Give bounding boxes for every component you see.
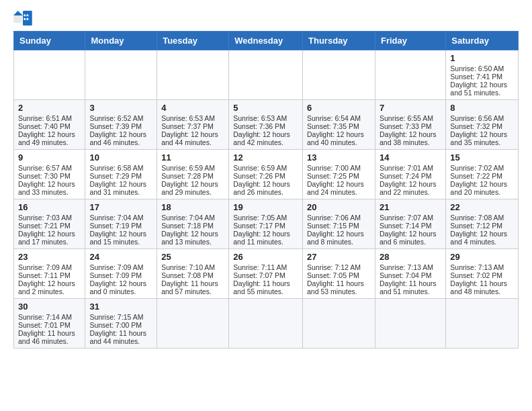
calendar-week-1: 1Sunrise: 6:50 AMSunset: 7:41 PMDaylight… [14, 50, 519, 100]
svg-rect-6 [27, 18, 29, 20]
calendar-cell: 19Sunrise: 7:05 AMSunset: 7:17 PMDayligh… [229, 199, 303, 249]
day-info: Sunrise: 7:13 AMSunset: 7:02 PMDaylight:… [450, 263, 507, 295]
calendar-cell: 7Sunrise: 6:55 AMSunset: 7:33 PMDaylight… [375, 100, 445, 150]
day-info: Sunrise: 7:09 AMSunset: 7:11 PMDaylight:… [18, 263, 75, 295]
day-info: Sunrise: 6:54 AMSunset: 7:35 PMDaylight:… [307, 114, 364, 146]
day-info: Sunrise: 6:53 AMSunset: 7:36 PMDaylight:… [233, 114, 290, 146]
calendar-cell [229, 299, 303, 349]
day-number: 28 [380, 252, 441, 262]
calendar-cell: 17Sunrise: 7:04 AMSunset: 7:19 PMDayligh… [85, 199, 157, 249]
day-info: Sunrise: 6:57 AMSunset: 7:30 PMDaylight:… [18, 164, 75, 196]
calendar-cell: 8Sunrise: 6:56 AMSunset: 7:32 PMDaylight… [446, 100, 519, 150]
day-info: Sunrise: 7:13 AMSunset: 7:04 PMDaylight:… [380, 263, 437, 295]
day-number: 4 [161, 103, 224, 113]
day-info: Sunrise: 7:01 AMSunset: 7:24 PMDaylight:… [380, 164, 437, 196]
day-number: 19 [233, 202, 298, 212]
calendar-cell: 25Sunrise: 7:10 AMSunset: 7:08 PMDayligh… [157, 249, 229, 299]
day-info: Sunrise: 7:06 AMSunset: 7:15 PMDaylight:… [307, 214, 364, 246]
day-info: Sunrise: 6:52 AMSunset: 7:39 PMDaylight:… [89, 114, 146, 146]
calendar-cell: 1Sunrise: 6:50 AMSunset: 7:41 PMDaylight… [446, 50, 519, 100]
calendar-cell [14, 50, 85, 100]
calendar-body: 1Sunrise: 6:50 AMSunset: 7:41 PMDaylight… [14, 50, 519, 349]
day-number: 17 [89, 202, 152, 212]
day-number: 18 [161, 202, 224, 212]
day-info: Sunrise: 6:53 AMSunset: 7:37 PMDaylight:… [161, 114, 218, 146]
svg-rect-5 [24, 18, 26, 20]
day-info: Sunrise: 6:51 AMSunset: 7:40 PMDaylight:… [18, 114, 75, 146]
day-number: 20 [307, 202, 371, 212]
day-info: Sunrise: 6:55 AMSunset: 7:33 PMDaylight:… [380, 114, 437, 146]
calendar-cell: 22Sunrise: 7:08 AMSunset: 7:12 PMDayligh… [446, 199, 519, 249]
calendar-cell: 10Sunrise: 6:58 AMSunset: 7:29 PMDayligh… [85, 150, 157, 199]
calendar-cell: 3Sunrise: 6:52 AMSunset: 7:39 PMDaylight… [85, 100, 157, 150]
day-number: 24 [89, 252, 152, 262]
day-number: 31 [89, 302, 152, 312]
weekday-header-friday: Friday [375, 32, 445, 50]
calendar-cell: 15Sunrise: 7:02 AMSunset: 7:22 PMDayligh… [446, 150, 519, 199]
weekday-header-monday: Monday [85, 32, 157, 50]
day-number: 13 [307, 152, 371, 163]
calendar-cell: 29Sunrise: 7:13 AMSunset: 7:02 PMDayligh… [446, 249, 519, 299]
day-info: Sunrise: 7:04 AMSunset: 7:18 PMDaylight:… [161, 214, 218, 246]
calendar-cell [303, 299, 375, 349]
day-info: Sunrise: 6:56 AMSunset: 7:32 PMDaylight:… [450, 114, 507, 146]
day-number: 14 [380, 152, 441, 163]
day-number: 27 [307, 252, 371, 262]
day-info: Sunrise: 7:12 AMSunset: 7:05 PMDaylight:… [307, 263, 364, 295]
svg-rect-4 [27, 15, 29, 17]
calendar-week-2: 2Sunrise: 6:51 AMSunset: 7:40 PMDaylight… [14, 100, 519, 150]
calendar-header-row: SundayMondayTuesdayWednesdayThursdayFrid… [14, 32, 519, 50]
calendar-cell [85, 50, 157, 100]
day-info: Sunrise: 7:05 AMSunset: 7:17 PMDaylight:… [233, 214, 290, 246]
calendar-cell [157, 50, 229, 100]
calendar-cell: 30Sunrise: 7:14 AMSunset: 7:01 PMDayligh… [14, 299, 85, 349]
logo [13, 11, 35, 26]
day-number: 26 [233, 252, 298, 262]
day-number: 25 [161, 252, 224, 262]
calendar-cell: 28Sunrise: 7:13 AMSunset: 7:04 PMDayligh… [375, 249, 445, 299]
day-info: Sunrise: 7:02 AMSunset: 7:22 PMDaylight:… [450, 164, 507, 196]
calendar-cell: 6Sunrise: 6:54 AMSunset: 7:35 PMDaylight… [303, 100, 375, 150]
day-info: Sunrise: 7:15 AMSunset: 7:00 PMDaylight:… [89, 313, 146, 345]
day-info: Sunrise: 7:10 AMSunset: 7:08 PMDaylight:… [161, 263, 218, 295]
day-number: 10 [89, 152, 152, 163]
day-info: Sunrise: 6:59 AMSunset: 7:28 PMDaylight:… [161, 164, 218, 196]
day-number: 9 [18, 152, 81, 163]
calendar-cell: 26Sunrise: 7:11 AMSunset: 7:07 PMDayligh… [229, 249, 303, 299]
weekday-header-thursday: Thursday [303, 32, 375, 50]
calendar-cell: 12Sunrise: 6:59 AMSunset: 7:26 PMDayligh… [229, 150, 303, 199]
weekday-header-wednesday: Wednesday [229, 32, 303, 50]
calendar-cell: 23Sunrise: 7:09 AMSunset: 7:11 PMDayligh… [14, 249, 85, 299]
day-info: Sunrise: 6:58 AMSunset: 7:29 PMDaylight:… [89, 164, 146, 196]
day-number: 6 [307, 103, 371, 113]
day-number: 5 [233, 103, 298, 113]
calendar-cell [375, 50, 445, 100]
calendar-cell: 11Sunrise: 6:59 AMSunset: 7:28 PMDayligh… [157, 150, 229, 199]
calendar-cell: 9Sunrise: 6:57 AMSunset: 7:30 PMDaylight… [14, 150, 85, 199]
day-number: 3 [89, 103, 152, 113]
calendar-cell: 31Sunrise: 7:15 AMSunset: 7:00 PMDayligh… [85, 299, 157, 349]
calendar-cell: 5Sunrise: 6:53 AMSunset: 7:36 PMDaylight… [229, 100, 303, 150]
header [13, 11, 519, 26]
day-info: Sunrise: 7:03 AMSunset: 7:21 PMDaylight:… [18, 214, 75, 246]
calendar-cell [229, 50, 303, 100]
calendar-cell: 20Sunrise: 7:06 AMSunset: 7:15 PMDayligh… [303, 199, 375, 249]
day-number: 2 [18, 103, 81, 113]
day-info: Sunrise: 7:14 AMSunset: 7:01 PMDaylight:… [18, 313, 75, 345]
calendar-cell: 21Sunrise: 7:07 AMSunset: 7:14 PMDayligh… [375, 199, 445, 249]
calendar-table: SundayMondayTuesdayWednesdayThursdayFrid… [13, 31, 519, 349]
calendar-cell [446, 299, 519, 349]
svg-marker-1 [13, 11, 23, 15]
day-number: 22 [450, 202, 514, 212]
calendar-cell: 14Sunrise: 7:01 AMSunset: 7:24 PMDayligh… [375, 150, 445, 199]
calendar-cell: 27Sunrise: 7:12 AMSunset: 7:05 PMDayligh… [303, 249, 375, 299]
calendar-week-4: 16Sunrise: 7:03 AMSunset: 7:21 PMDayligh… [14, 199, 519, 249]
day-info: Sunrise: 6:50 AMSunset: 7:41 PMDaylight:… [450, 64, 507, 97]
day-number: 29 [450, 252, 514, 262]
day-number: 23 [18, 252, 81, 262]
calendar-cell [375, 299, 445, 349]
day-info: Sunrise: 7:04 AMSunset: 7:19 PMDaylight:… [89, 214, 146, 246]
svg-rect-3 [24, 15, 26, 17]
day-number: 21 [380, 202, 441, 212]
weekday-header-saturday: Saturday [446, 32, 519, 50]
